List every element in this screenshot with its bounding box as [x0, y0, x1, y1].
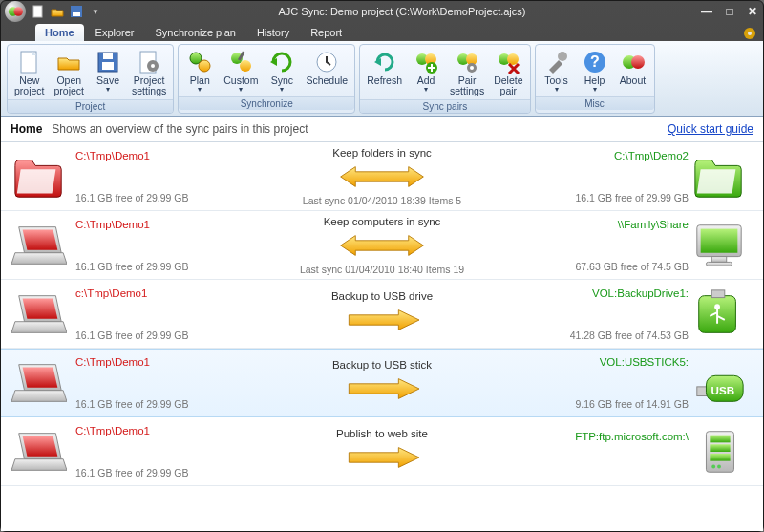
titlebar: ▼ AJC Sync: Demo project (C:\Work\DemoPr…: [1, 1, 763, 22]
qat-save-icon[interactable]: [68, 3, 85, 20]
app-window: ▼ AJC Sync: Demo project (C:\Work\DemoPr…: [0, 0, 764, 532]
ribbon-group-misc: Tools▾ Help▾ About Misc: [535, 44, 655, 114]
right-path: \\Family\Share: [618, 219, 689, 230]
pair-lastsync: Last sync 01/04/2010 18:40 Items 19: [300, 264, 464, 275]
monitor-green-icon: [689, 219, 750, 272]
about-button[interactable]: About: [615, 47, 651, 96]
tab-home[interactable]: Home: [35, 24, 84, 41]
sync-direction-arrow-icon: [339, 164, 425, 191]
pair-action: Backup to USB stick: [332, 359, 432, 371]
page-header: Home Shows an overview of the sync pairs…: [1, 117, 763, 142]
pair-action: Backup to USB drive: [331, 290, 433, 302]
ribbon-group-syncpairs: Refresh Add▾ Pairsettings Deletepair Syn…: [359, 44, 530, 114]
left-free: 16.1 GB free of 29.99 GB: [75, 467, 229, 479]
group-label-synchronize: Synchronize: [179, 96, 354, 110]
quick-access-toolbar: ▼: [30, 3, 104, 20]
pair-lastsync: Last sync 01/04/2010 18:39 Items 5: [303, 195, 461, 206]
quick-start-link[interactable]: Quick start guide: [668, 122, 753, 136]
sync-button[interactable]: Sync▾: [264, 47, 300, 96]
pair-left-info: C:\Tmp\Demo1 16.1 GB free of 29.99 GB: [75, 356, 229, 410]
pair-left-info: C:\Tmp\Demo1 16.1 GB free of 29.99 GB: [75, 425, 229, 479]
maximize-button[interactable]: □: [723, 5, 736, 18]
sync-pair-row[interactable]: C:\Tmp\Demo1 16.1 GB free of 29.99 GB Ke…: [1, 211, 763, 280]
laptop-red-icon: [9, 356, 70, 410]
refresh-button[interactable]: Refresh: [363, 47, 406, 98]
add-button[interactable]: Add▾: [408, 47, 444, 98]
pair-left-info: C:\Tmp\Demo1 16.1 GB free of 29.99 GB: [75, 150, 229, 203]
pair-center-info: Backup to USB stick: [229, 359, 536, 407]
folder-red-icon: [9, 150, 70, 203]
ribbon-group-synchronize: Plan▾ Custom▾ Sync▾ Schedule Synchronize: [178, 44, 355, 114]
qat-new-icon[interactable]: [30, 3, 47, 20]
tab-sync-plan[interactable]: Synchronize plan: [146, 24, 245, 41]
window-title: AJC Sync: Demo project (C:\Work\DemoProj…: [104, 6, 700, 17]
sync-direction-arrow-icon: [339, 233, 425, 260]
laptop-red-icon: [9, 219, 70, 272]
left-path: C:\Tmp\Demo1: [75, 425, 229, 436]
project-settings-button[interactable]: Projectsettings: [128, 47, 170, 98]
pair-center-info: Keep computers in sync Last sync 01/04/2…: [229, 216, 536, 275]
plan-button[interactable]: Plan▾: [181, 47, 218, 96]
laptop-red-icon: [9, 287, 70, 341]
page-title: Home: [11, 122, 42, 136]
app-menu-button[interactable]: [5, 1, 26, 22]
usb-stick-green-icon: [689, 356, 750, 410]
pair-right-info: \\Family\Share 67.63 GB free of 74.5 GB: [536, 219, 690, 272]
right-path: VOL:BackupDrive1:: [592, 287, 689, 299]
ribbon-tabs: Home Explorer Synchronize plan History R…: [1, 22, 763, 41]
custom-button[interactable]: Custom▾: [220, 47, 262, 96]
pair-center-info: Keep folders in sync Last sync 01/04/201…: [229, 147, 536, 206]
page-description: Shows an overview of the sync pairs in t…: [52, 122, 668, 136]
pair-right-info: C:\Tmp\Demo2 16.1 GB free of 29.99 GB: [536, 150, 690, 203]
right-path: VOL:USBSTICK5:: [600, 356, 689, 368]
qat-dropdown-icon[interactable]: ▼: [87, 3, 104, 20]
sync-direction-arrow-icon: [339, 445, 425, 472]
sync-pair-row[interactable]: C:\Tmp\Demo1 16.1 GB free of 29.99 GB Ba…: [1, 349, 763, 417]
right-free: 41.28 GB free of 74.53 GB: [570, 330, 689, 341]
sync-pair-row[interactable]: c:\Tmp\Demo1 16.1 GB free of 29.99 GB Ba…: [1, 280, 763, 349]
tab-report[interactable]: Report: [301, 24, 351, 41]
group-label-misc: Misc: [536, 96, 654, 110]
sync-direction-arrow-icon: [339, 376, 425, 403]
pair-left-info: c:\Tmp\Demo1 16.1 GB free of 29.99 GB: [75, 287, 229, 341]
right-path: C:\Tmp\Demo2: [614, 150, 689, 161]
right-free: 9.16 GB free of 14.91 GB: [576, 398, 690, 410]
close-button[interactable]: ✕: [746, 5, 759, 18]
pair-settings-button[interactable]: Pairsettings: [446, 47, 488, 98]
tab-history[interactable]: History: [247, 24, 299, 41]
group-label-project: Project: [8, 99, 173, 113]
usb-drive-green-icon: [689, 287, 750, 341]
folder-green-icon: [689, 150, 750, 203]
pair-right-info: VOL:BackupDrive1: 41.28 GB free of 74.53…: [536, 287, 690, 341]
pair-center-info: Backup to USB drive: [229, 290, 536, 338]
server-green-icon: [689, 425, 750, 479]
tab-explorer[interactable]: Explorer: [86, 24, 144, 41]
sync-pair-row[interactable]: C:\Tmp\Demo1 16.1 GB free of 29.99 GB Ke…: [1, 142, 763, 211]
left-free: 16.1 GB free of 29.99 GB: [75, 330, 229, 341]
open-project-button[interactable]: Openproject: [51, 47, 89, 98]
right-free: 16.1 GB free of 29.99 GB: [576, 192, 690, 203]
pair-right-info: VOL:USBSTICK5: 9.16 GB free of 14.91 GB: [536, 356, 690, 410]
svg-point-51: [13, 7, 23, 16]
minimize-button[interactable]: —: [700, 5, 713, 18]
qat-open-icon[interactable]: [49, 3, 66, 20]
sync-pair-row[interactable]: C:\Tmp\Demo1 16.1 GB free of 29.99 GB Pu…: [1, 417, 763, 486]
schedule-button[interactable]: Schedule: [302, 47, 351, 96]
pair-action: Keep folders in sync: [332, 147, 432, 159]
pair-action: Keep computers in sync: [324, 216, 441, 227]
left-path: C:\Tmp\Demo1: [75, 219, 229, 230]
sync-pairs-list[interactable]: C:\Tmp\Demo1 16.1 GB free of 29.99 GB Ke…: [1, 142, 763, 531]
pair-left-info: C:\Tmp\Demo1 16.1 GB free of 29.99 GB: [75, 219, 229, 272]
left-path: C:\Tmp\Demo1: [75, 356, 229, 368]
help-button[interactable]: Help▾: [577, 47, 613, 96]
style-icon[interactable]: [742, 26, 757, 41]
svg-point-53: [748, 32, 752, 35]
tools-button[interactable]: Tools▾: [539, 47, 575, 96]
save-button[interactable]: Save▾: [90, 47, 126, 98]
delete-pair-button[interactable]: Deletepair: [490, 47, 526, 98]
ribbon: Newproject Openproject Save▾ Projectsett…: [1, 41, 763, 117]
left-path: C:\Tmp\Demo1: [75, 150, 229, 161]
new-project-button[interactable]: Newproject: [11, 47, 49, 98]
left-path: c:\Tmp\Demo1: [75, 287, 229, 299]
pair-action: Publish to web site: [336, 428, 428, 439]
